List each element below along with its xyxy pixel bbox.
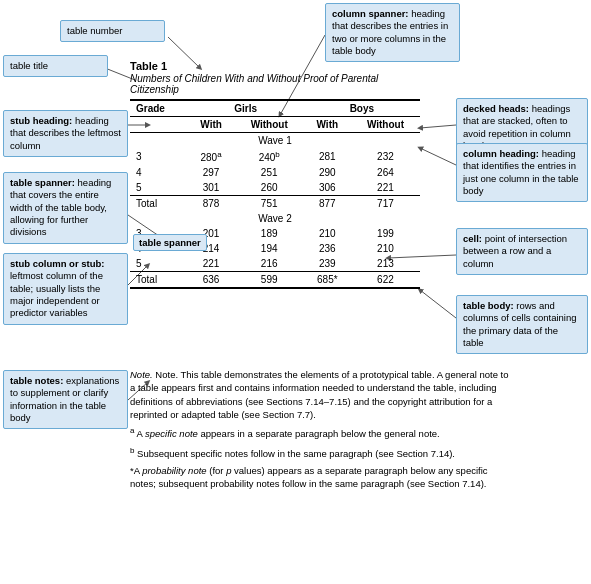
g-without-3-w2: 189	[235, 226, 304, 241]
grade-5-w2: 5	[130, 256, 187, 272]
b-without-5-w2: 213	[351, 256, 420, 272]
annotation-table-title: table title	[3, 55, 108, 77]
table-area: Table 1 Numbers of Children With and Wit…	[130, 60, 420, 289]
grade-3-w1: 3	[130, 148, 187, 165]
g-with-5-w2: 221	[187, 256, 234, 272]
g-without-4-w2: 194	[235, 241, 304, 256]
g-without-3-w1: 240b	[235, 148, 304, 165]
total-label-w2: Total	[130, 272, 187, 289]
b-without-3-w1: 232	[351, 148, 420, 165]
header-row-1: Grade Girls Boys	[130, 100, 420, 117]
b-with-total-w1: 877	[304, 196, 351, 212]
annotation-table-notes: table notes: explanations to supplement …	[3, 370, 128, 429]
wave1-row-3: 3 280a 240b 281 232	[130, 148, 420, 165]
notes-area: Note. Note. This table demonstrates the …	[130, 368, 510, 495]
annotation-table-spanner: table spanner: heading that covers the e…	[3, 172, 128, 244]
col-grade-header: Grade	[130, 100, 187, 117]
b-without-total-w2: 622	[351, 272, 420, 289]
col-boys-without: Without	[351, 117, 420, 133]
col-boys-header: Boys	[304, 100, 420, 117]
annotation-table-body: table body: rows and columns of cells co…	[456, 295, 588, 354]
annotation-column-heading: column heading: heading that identifies …	[456, 143, 588, 202]
note-c: *A probability note (for p values) appea…	[130, 464, 510, 491]
wave2-span-row: Wave 2	[130, 211, 420, 226]
wave2-label: Wave 2	[130, 211, 420, 226]
annotation-stub-heading: stub heading: heading that describes the…	[3, 110, 128, 157]
col-girls-header: Girls	[187, 100, 303, 117]
col-stub-sub	[130, 117, 187, 133]
g-without-total-w1: 751	[235, 196, 304, 212]
col-girls-with: With	[187, 117, 234, 133]
g-without-total-w2: 599	[235, 272, 304, 289]
wave1-row-4: 4 297 251 290 264	[130, 165, 420, 180]
wave1-total-row: Total 878 751 877 717	[130, 196, 420, 212]
main-container: table number table title column spanner:…	[0, 0, 591, 584]
annotation-cell: cell: point of intersection between a ro…	[456, 228, 588, 275]
b-with-3-w1: 281	[304, 148, 351, 165]
b-with-total-w2: 685*	[304, 272, 351, 289]
g-with-total-w1: 878	[187, 196, 234, 212]
wave2-row-5: 5 221 216 239 213	[130, 256, 420, 272]
header-row-2: With Without With Without	[130, 117, 420, 133]
b-without-3-w2: 199	[351, 226, 420, 241]
col-boys-with: With	[304, 117, 351, 133]
b-without-4-w1: 264	[351, 165, 420, 180]
svg-line-6	[420, 148, 456, 165]
wave1-span-row: Wave 1	[130, 133, 420, 149]
b-with-4-w1: 290	[304, 165, 351, 180]
note-a: a A specific note appears in a separate …	[130, 425, 510, 440]
g-with-4-w1: 297	[187, 165, 234, 180]
b-with-5-w1: 306	[304, 180, 351, 196]
g-with-3-w1: 280a	[187, 148, 234, 165]
data-table: Grade Girls Boys With Without With Witho…	[130, 99, 420, 289]
annotation-column-spanner: column spanner: heading that describes t…	[325, 3, 460, 62]
svg-line-3	[420, 125, 456, 128]
b-with-4-w2: 236	[304, 241, 351, 256]
g-with-5-w1: 301	[187, 180, 234, 196]
note-b: b Subsequent specific notes follow in th…	[130, 445, 510, 460]
wave1-row-5: 5 301 260 306 221	[130, 180, 420, 196]
b-with-3-w2: 210	[304, 226, 351, 241]
col-girls-without: Without	[235, 117, 304, 133]
b-with-5-w2: 239	[304, 256, 351, 272]
b-without-5-w1: 221	[351, 180, 420, 196]
g-without-5-w2: 216	[235, 256, 304, 272]
general-note: Note. Note. This table demonstrates the …	[130, 368, 510, 421]
total-label-w1: Total	[130, 196, 187, 212]
annotation-stub-column: stub column or stub: leftmost column of …	[3, 253, 128, 325]
g-with-total-w2: 636	[187, 272, 234, 289]
b-without-4-w2: 210	[351, 241, 420, 256]
wave2-total-row: Total 636 599 685* 622	[130, 272, 420, 289]
svg-line-9	[420, 290, 456, 318]
g-without-5-w1: 260	[235, 180, 304, 196]
grade-5-w1: 5	[130, 180, 187, 196]
wave1-label: Wave 1	[130, 133, 420, 149]
table-number: Table 1	[130, 60, 420, 72]
table-spanner-label: table spanner	[133, 234, 207, 251]
b-without-total-w1: 717	[351, 196, 420, 212]
grade-4-w1: 4	[130, 165, 187, 180]
table-title: Numbers of Children With and Without Pro…	[130, 73, 420, 95]
g-without-4-w1: 251	[235, 165, 304, 180]
annotation-table-number: table number	[60, 20, 165, 42]
